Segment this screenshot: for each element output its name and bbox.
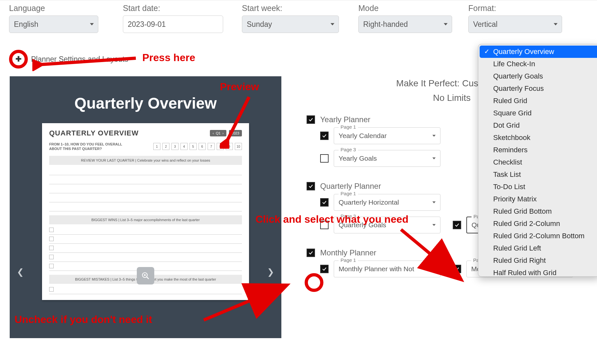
quarterly-page1-row: Page 1 Quarterly Horizontal [320, 194, 440, 211]
yearly-page1-checkbox[interactable] [320, 132, 329, 140]
quarterly-page1-checkbox[interactable] [320, 198, 329, 207]
quarterly-page3-select[interactable]: Quarterly Goals [334, 218, 440, 232]
quarterly-page4-checkbox[interactable] [453, 221, 461, 229]
preview-number-scale: 1 2 3 4 5 6 7 8 9 10 [153, 143, 242, 150]
config-format: Format: Vertical [468, 4, 562, 33]
monthly-checkbox[interactable] [307, 249, 315, 257]
dropdown-option[interactable]: Checklist [478, 156, 597, 168]
language-select[interactable]: English [9, 16, 98, 33]
dropdown-option[interactable]: To-Do List [478, 181, 597, 193]
quarter-pill: ‹ Q1 › [210, 130, 226, 136]
dropdown-option[interactable]: Ruled Grid 2-Column [478, 218, 597, 230]
quarterly-page1-select[interactable]: Quarterly Horizontal [334, 195, 440, 209]
preview-question: FROM 1–10, HOW DO YOU FEEL OVERALL ABOUT… [49, 142, 127, 151]
monthly-page1-checkbox[interactable] [320, 265, 329, 273]
preview-next-button[interactable]: ❯ [267, 267, 274, 277]
yearly-page1-row: Page 1 Yearly Calendar [320, 127, 440, 144]
dropdown-option[interactable]: Reminders [478, 144, 597, 156]
year-pill: 2023 [229, 130, 242, 136]
dropdown-option[interactable]: Sketchbook [478, 132, 597, 144]
start-week-select[interactable]: Sunday [242, 16, 339, 33]
dropdown-option[interactable]: Dot Grid [478, 119, 597, 132]
yearly-page3-select-wrap: Page 3 Yearly Goals [334, 150, 440, 167]
preview-pills: ‹ Q1 › 2023 [210, 130, 242, 136]
dropdown-option[interactable]: Ruled Grid Right [478, 254, 597, 267]
yearly-page3-checkbox[interactable] [320, 154, 329, 163]
yearly-page3-select[interactable]: Yearly Goals [334, 151, 440, 165]
start-date-input[interactable] [123, 16, 223, 33]
dropdown-option[interactable]: Priority Matrix [478, 193, 597, 205]
preview-prev-button[interactable]: ❮ [17, 267, 24, 277]
preview-column: Quarterly Overview QUARTERLY OVERVIEW ‹ … [10, 76, 287, 338]
format-select[interactable]: Vertical [468, 16, 562, 33]
dropdown-option[interactable]: Ruled Grid 2-Column Bottom [478, 230, 597, 242]
expand-settings-button[interactable]: ✚ Planner Settings and Layouts [9, 50, 128, 69]
yearly-checkbox[interactable] [307, 115, 315, 124]
zoom-in-icon [141, 272, 150, 280]
dropdown-option[interactable]: Life Check-In [478, 58, 597, 70]
dropdown-option[interactable]: Ruled Grid [478, 95, 597, 107]
config-start-date: Start date: [123, 4, 223, 33]
dropdown-option[interactable]: Square Grid [478, 107, 597, 119]
config-mode: Mode Right-handed [358, 4, 452, 33]
monthly-page1-select[interactable]: Monthly Planner with Not [334, 262, 440, 276]
monthly-title: Monthly Planner [320, 248, 376, 257]
format-label: Format: [468, 4, 562, 13]
svg-line-1 [147, 277, 149, 279]
dropdown-option[interactable]: Half Ruled with Grid [478, 267, 597, 277]
main-area: Quarterly Overview QUARTERLY OVERVIEW ‹ … [0, 76, 597, 338]
start-week-label: Start week: [242, 4, 339, 13]
expand-label: Planner Settings and Layouts [31, 55, 128, 64]
dropdown-option[interactable]: Ruled Grid Left [478, 242, 597, 254]
quarterly-checkbox[interactable] [307, 182, 315, 190]
page-type-dropdown[interactable]: Quarterly OverviewLife Check-InQuarterly… [478, 44, 597, 277]
plus-icon: ✚ [9, 50, 28, 69]
dropdown-option[interactable]: Quarterly Goals [478, 70, 597, 82]
preview-banner-title: Quarterly Overview [10, 76, 281, 123]
preview-section-review: REVIEW YOUR LAST QUARTER | Celebrate you… [49, 156, 242, 165]
start-date-label: Start date: [123, 4, 223, 13]
monthly-page2-checkbox[interactable] [453, 265, 461, 273]
preview-frame: Quarterly Overview QUARTERLY OVERVIEW ‹ … [10, 76, 281, 338]
mode-label: Mode [358, 4, 452, 13]
quarterly-page3-row: Page 3 Quarterly Goals [320, 217, 440, 233]
config-language: Language English [9, 4, 98, 33]
dropdown-option[interactable]: Quarterly Focus [478, 82, 597, 95]
dropdown-option[interactable]: Quarterly Overview [480, 46, 597, 58]
config-start-week: Start week: Sunday [242, 4, 339, 33]
quarterly-title: Quarterly Planner [320, 182, 381, 191]
dropdown-option[interactable]: Ruled Grid Bottom [478, 205, 597, 218]
quarterly-page3-checkbox[interactable] [320, 221, 329, 229]
config-row: Language English Start date: Start week:… [0, 0, 597, 39]
preview-page-title: QUARTERLY OVERVIEW [49, 129, 139, 137]
yearly-page3-row: Page 3 Yearly Goals [320, 150, 440, 167]
dropdown-option[interactable]: Task List [478, 168, 597, 181]
yearly-page1-select[interactable]: Yearly Calendar [334, 129, 440, 143]
preview-section-wins: BIGGEST WINS | List 3–5 major accomplish… [49, 215, 242, 224]
mode-select[interactable]: Right-handed [358, 16, 452, 33]
yearly-title: Yearly Planner [320, 115, 370, 124]
options-column: Make It Perfect: Customize, No Limits Ye… [307, 76, 597, 338]
preview-zoom-button[interactable] [137, 267, 154, 284]
language-label: Language [9, 4, 98, 13]
yearly-page1-select-wrap: Page 1 Yearly Calendar [334, 127, 440, 144]
